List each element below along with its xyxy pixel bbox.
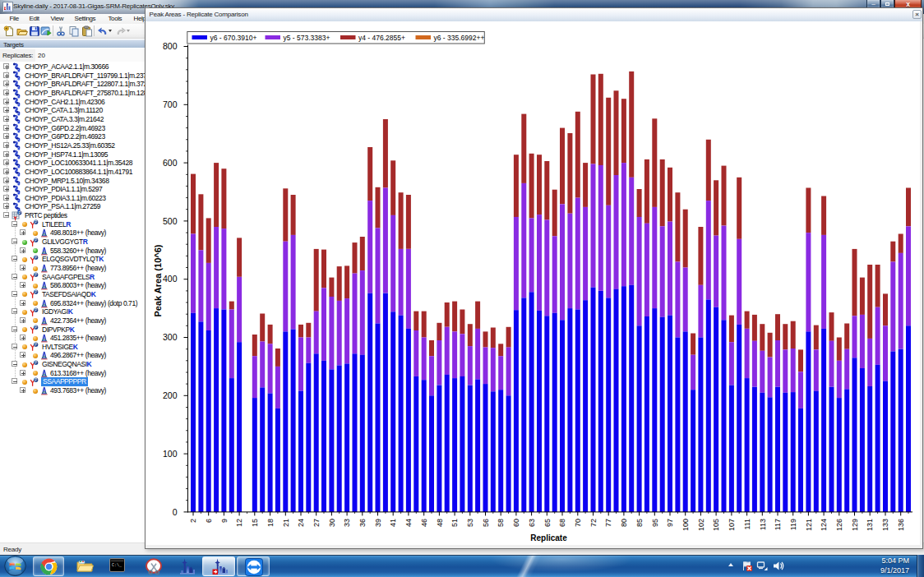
svg-text:400: 400	[163, 274, 178, 284]
svg-text:44: 44	[404, 519, 413, 527]
svg-text:12: 12	[235, 519, 243, 527]
svg-text:P: P	[35, 308, 37, 312]
svg-text:Peak Area (10^6): Peak Area (10^6)	[153, 244, 163, 316]
svg-text:68: 68	[558, 519, 566, 527]
svg-text:9: 9	[220, 519, 229, 523]
svg-text:63: 63	[528, 519, 536, 527]
svg-text:58: 58	[497, 519, 505, 527]
svg-text:P: P	[35, 273, 37, 277]
svg-text:60: 60	[512, 519, 520, 527]
svg-text:77: 77	[604, 519, 612, 527]
svg-text:21: 21	[282, 519, 290, 527]
svg-text:C:\_: C:\_	[112, 563, 122, 568]
svg-text:97: 97	[666, 519, 674, 527]
svg-text:72: 72	[589, 519, 598, 527]
svg-text:600: 600	[163, 158, 178, 168]
svg-text:48: 48	[436, 519, 444, 527]
svg-text:121: 121	[805, 519, 813, 531]
svg-text:200: 200	[163, 390, 178, 400]
svg-text:124: 124	[820, 519, 828, 531]
svg-text:y5 - 573.3383+: y5 - 573.3383+	[284, 34, 330, 42]
svg-text:0: 0	[173, 507, 178, 517]
svg-text:y6 - 670.3910+: y6 - 670.3910+	[210, 34, 257, 42]
svg-text:95: 95	[651, 519, 659, 527]
svg-text:27: 27	[312, 519, 321, 527]
svg-text:300: 300	[163, 332, 178, 342]
svg-text:2: 2	[189, 519, 197, 523]
svg-text:119: 119	[789, 519, 797, 530]
svg-text:15: 15	[251, 519, 259, 527]
svg-text:100: 100	[163, 449, 178, 459]
svg-text:126: 126	[835, 519, 843, 531]
svg-text:102: 102	[697, 519, 705, 531]
svg-text:133: 133	[881, 519, 889, 531]
svg-text:65: 65	[543, 519, 552, 527]
svg-text:P: P	[35, 256, 37, 260]
svg-text:P: P	[35, 361, 37, 365]
svg-text:P: P	[35, 325, 37, 330]
svg-text:500: 500	[163, 216, 178, 226]
svg-text:y6 - 335.6992++: y6 - 335.6992++	[434, 34, 485, 42]
svg-text:46: 46	[420, 519, 428, 527]
svg-text:y4 - 476.2855+: y4 - 476.2855+	[358, 34, 405, 42]
svg-text:80: 80	[620, 519, 628, 527]
svg-text:P: P	[35, 238, 37, 242]
svg-text:39: 39	[374, 519, 382, 527]
svg-text:P: P	[35, 220, 37, 224]
svg-text:P: P	[35, 343, 37, 347]
svg-text:30: 30	[328, 519, 336, 527]
svg-text:33: 33	[343, 519, 351, 527]
svg-text:136: 136	[897, 519, 905, 531]
svg-text:36: 36	[358, 519, 367, 527]
svg-text:51: 51	[450, 519, 459, 527]
svg-text:56: 56	[482, 519, 490, 527]
svg-text:131: 131	[866, 519, 874, 531]
svg-text:129: 129	[851, 519, 859, 531]
svg-text:107: 107	[728, 519, 736, 531]
svg-text:85: 85	[635, 519, 644, 527]
svg-text:100: 100	[681, 519, 690, 531]
svg-text:700: 700	[163, 99, 178, 109]
svg-text:117: 117	[774, 519, 782, 530]
svg-text:105: 105	[712, 519, 720, 531]
svg-text:41: 41	[389, 519, 397, 527]
svg-text:111: 111	[743, 519, 751, 530]
svg-text:Replicate: Replicate	[530, 533, 567, 542]
svg-text:113: 113	[759, 519, 767, 530]
svg-text:P: P	[35, 378, 37, 382]
svg-text:P: P	[35, 290, 37, 294]
svg-text:70: 70	[574, 519, 582, 527]
svg-text:6: 6	[205, 519, 213, 523]
svg-text:800: 800	[163, 41, 178, 51]
svg-text:53: 53	[466, 519, 474, 527]
svg-text:24: 24	[297, 519, 305, 527]
svg-text:18: 18	[266, 519, 275, 527]
